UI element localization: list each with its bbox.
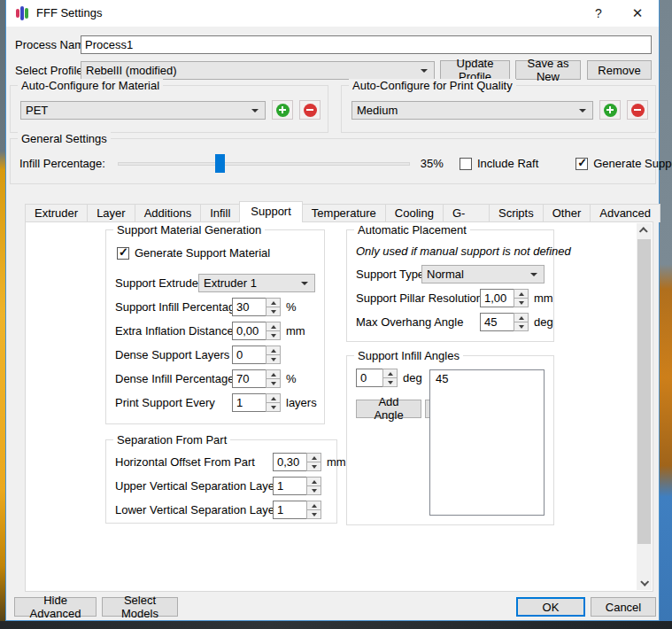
scroll-up-button[interactable] <box>637 223 652 238</box>
spin-value[interactable]: 0,30 <box>273 453 306 471</box>
tab-additions[interactable]: Additions <box>135 204 201 222</box>
add-quality-button[interactable] <box>599 100 621 120</box>
select-models-button[interactable]: Select Models <box>102 597 178 617</box>
support-infill-angles-group: Support Infill Angles 0 deg Add Angle Re… <box>346 355 554 525</box>
angle-list-item[interactable]: 45 <box>436 372 538 385</box>
generate-support-material-checkbox[interactable] <box>117 247 129 260</box>
spin-down-button[interactable] <box>266 307 281 316</box>
remove-material-button[interactable] <box>299 100 321 120</box>
tab-cooling[interactable]: Cooling <box>385 204 444 222</box>
select-profile-label: Select Profile: <box>15 64 81 77</box>
support-extruder-dropdown[interactable]: Extruder 1 <box>198 274 315 292</box>
generate-support-checkbox[interactable] <box>575 158 588 170</box>
spin-value[interactable]: 0 <box>232 346 266 364</box>
minus-icon <box>631 104 645 117</box>
unit-label: mm <box>534 291 553 305</box>
spin-value[interactable]: 1 <box>273 501 306 519</box>
spin-up-button[interactable] <box>306 477 321 486</box>
scroll-down-button[interactable] <box>637 575 652 590</box>
support-pillar-resolution-spinner: 1,00 <box>480 289 529 307</box>
horizontal-offset-spinner: 0,30 <box>273 453 321 471</box>
spin-down-button[interactable] <box>306 462 321 471</box>
spin-value[interactable]: 0,00 <box>232 322 266 340</box>
slider-track[interactable] <box>118 162 410 166</box>
spin-up-button[interactable] <box>266 298 281 307</box>
plus-icon <box>276 104 290 117</box>
spin-up-button[interactable] <box>382 369 398 378</box>
infill-percentage-slider[interactable] <box>118 154 410 173</box>
spin-down-button[interactable] <box>306 510 321 519</box>
automatic-placement-group: Automatic Placement Only used if manual … <box>346 229 554 342</box>
dense-infill-percentage-label: Dense Infill Percentage <box>115 372 232 385</box>
spin-down-button[interactable] <box>306 486 321 495</box>
tab-temperature[interactable]: Temperature <box>302 204 386 222</box>
spin-down-button[interactable] <box>266 331 281 340</box>
spin-up-button[interactable] <box>306 453 321 462</box>
support-tab-panel: Support Material Generation Generate Sup… <box>25 221 653 592</box>
spin-value[interactable]: 1,00 <box>480 289 514 307</box>
close-button[interactable]: ✕ <box>623 0 652 27</box>
slider-thumb[interactable] <box>215 154 225 173</box>
spin-value[interactable]: 45 <box>480 313 514 331</box>
tab-layer[interactable]: Layer <box>87 204 135 222</box>
add-angle-button[interactable]: Add Angle <box>356 400 421 418</box>
desktop-background-right <box>660 0 672 629</box>
spin-value[interactable]: 1 <box>273 477 306 495</box>
horizontal-offset-label: Horizontal Offset From Part <box>115 455 273 469</box>
tab-extruder[interactable]: Extruder <box>25 204 88 222</box>
support-type-dropdown[interactable]: Normal <box>421 265 545 283</box>
title-bar: FFF Settings ? ✕ <box>6 0 659 27</box>
spin-down-button[interactable] <box>266 403 281 412</box>
minus-icon <box>304 104 317 117</box>
ok-button[interactable]: OK <box>516 597 585 617</box>
angle-spinner: 0 <box>356 369 398 387</box>
support-type-label: Support Type <box>356 268 421 281</box>
tab-support[interactable]: Support <box>239 201 303 222</box>
support-extruder-label: Support Extruder <box>115 276 198 290</box>
tab-other[interactable]: Other <box>543 204 591 222</box>
spin-down-button[interactable] <box>382 378 398 387</box>
spin-down-button[interactable] <box>266 355 281 364</box>
vertical-scrollbar[interactable] <box>637 223 652 590</box>
tab-advanced[interactable]: Advanced <box>590 204 660 222</box>
scrollbar-thumb[interactable] <box>637 239 651 544</box>
support-infill-percentage-spinner: 30 <box>232 298 281 316</box>
dense-support-layers-label: Dense Support Layers <box>115 348 232 361</box>
hide-advanced-button[interactable]: Hide Advanced <box>14 597 97 617</box>
fff-settings-dialog: FFF Settings ? ✕ Process Name: Select Pr… <box>5 0 660 621</box>
tab-scripts[interactable]: Scripts <box>489 204 544 222</box>
spin-value[interactable]: 70 <box>232 369 266 388</box>
update-profile-button[interactable]: Update Profile <box>440 60 510 80</box>
add-material-button[interactable] <box>272 100 293 120</box>
spin-down-button[interactable] <box>514 299 529 307</box>
spin-value[interactable]: 1 <box>232 393 266 412</box>
spin-value[interactable]: 30 <box>232 298 266 316</box>
angle-listbox[interactable]: 45 <box>429 369 545 516</box>
quality-dropdown[interactable]: Medium <box>351 101 593 120</box>
spin-down-button[interactable] <box>266 379 281 388</box>
spin-up-button[interactable] <box>514 289 529 299</box>
spin-up-button[interactable] <box>266 346 281 355</box>
help-button[interactable]: ? <box>584 0 613 27</box>
spin-up-button[interactable] <box>266 369 281 379</box>
generate-support-material-label: Generate Support Material <box>135 246 270 260</box>
profile-dropdown[interactable]: RebelII (modified) <box>81 61 435 80</box>
spin-value[interactable]: 0 <box>356 369 382 387</box>
general-settings-title: General Settings <box>18 132 111 145</box>
tab-infill[interactable]: Infill <box>200 204 240 222</box>
remove-quality-button[interactable] <box>627 100 648 120</box>
spin-up-button[interactable] <box>306 501 321 510</box>
unit-label: % <box>286 372 297 385</box>
include-raft-checkbox[interactable] <box>460 158 472 170</box>
support-material-generation-group: Support Material Generation Generate Sup… <box>105 229 325 424</box>
save-as-new-button[interactable]: Save as New <box>515 60 581 80</box>
spin-up-button[interactable] <box>266 393 281 403</box>
spin-up-button[interactable] <box>266 322 281 331</box>
spin-up-button[interactable] <box>514 313 529 322</box>
tab-gcode[interactable]: G-Code <box>443 204 490 222</box>
spin-down-button[interactable] <box>514 322 529 331</box>
remove-profile-button[interactable]: Remove <box>587 60 652 80</box>
material-dropdown[interactable]: PET <box>20 101 266 120</box>
process-name-input[interactable] <box>81 35 652 54</box>
cancel-button[interactable]: Cancel <box>591 597 656 617</box>
